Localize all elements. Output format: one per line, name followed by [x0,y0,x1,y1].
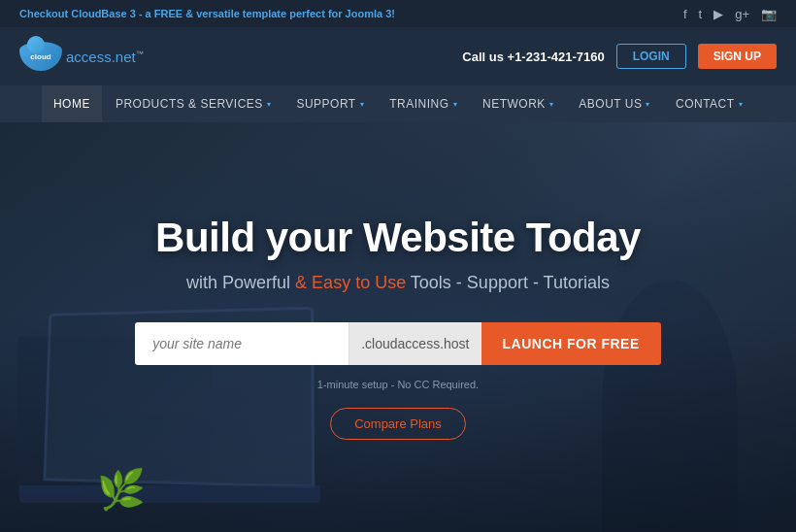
hero-subtitle-highlight: & Easy to Use [295,273,406,292]
compare-plans-button[interactable]: Compare Plans [330,408,466,440]
nav-item-support[interactable]: SUPPORT ▾ [284,85,376,122]
announcement-suffix: - a FREE & versatile template perfect fo… [136,8,395,19]
hero-section: Build your Website Today with Powerful &… [0,122,796,532]
facebook-icon[interactable]: f [683,7,687,21]
social-icons: f t ▶ g+ 📷 [683,7,777,21]
call-us-text: Call us +1-231-421-7160 [462,50,604,64]
nav-item-about[interactable]: ABOUT US ▾ [567,85,662,122]
nav-item-contact[interactable]: CONTACT ▾ [664,85,754,122]
dropdown-chevron: ▾ [267,100,272,109]
hero-subtitle: with Powerful & Easy to Use Tools - Supp… [19,273,777,293]
site-name-input[interactable] [135,322,348,365]
youtube-icon[interactable]: ▶ [713,7,723,21]
announcement-text: Checkout CloudBase 3 - a FREE & versatil… [19,8,395,19]
dropdown-chevron: ▾ [453,100,458,109]
nav-item-training[interactable]: TRAINING ▾ [378,85,469,122]
site-header: cloud access.net™ Call us +1-231-421-716… [0,27,796,85]
logo-cloud-icon: cloud [19,42,62,71]
launch-button[interactable]: LAUNCH FOR FREE [481,322,661,365]
setup-note: 1-minute setup - No CC Required. [19,379,777,390]
site-name-search: .cloudaccess.host LAUNCH FOR FREE [19,322,777,365]
twitter-icon[interactable]: t [699,7,703,21]
instagram-icon[interactable]: 📷 [761,7,777,21]
announcement-prefix: Checkout [19,8,71,19]
hero-content: Build your Website Today with Powerful &… [0,215,796,440]
nav-item-home[interactable]: HOME [42,85,102,122]
login-button[interactable]: LOGIN [616,44,686,69]
logo[interactable]: cloud access.net™ [19,42,144,71]
logo-domain-text: access.net™ [66,49,144,65]
signup-button[interactable]: SIGN UP [698,44,777,69]
dropdown-chevron: ▾ [739,100,744,109]
dropdown-chevron: ▾ [646,100,650,109]
hero-title: Build your Website Today [19,215,777,261]
dropdown-chevron: ▾ [549,100,554,109]
domain-suffix-label: .cloudaccess.host [348,322,481,365]
google-plus-icon[interactable]: g+ [735,7,749,21]
brand-name[interactable]: CloudBase 3 [71,8,136,19]
main-navigation: HOME PRODUCTS & SERVICES ▾ SUPPORT ▾ TRA… [0,85,796,122]
nav-item-network[interactable]: NETWORK ▾ [471,85,565,122]
header-right: Call us +1-231-421-7160 LOGIN SIGN UP [462,44,777,69]
nav-item-products[interactable]: PRODUCTS & SERVICES ▾ [104,85,282,122]
top-announcement-bar: Checkout CloudBase 3 - a FREE & versatil… [0,0,796,27]
dropdown-chevron: ▾ [360,100,365,109]
